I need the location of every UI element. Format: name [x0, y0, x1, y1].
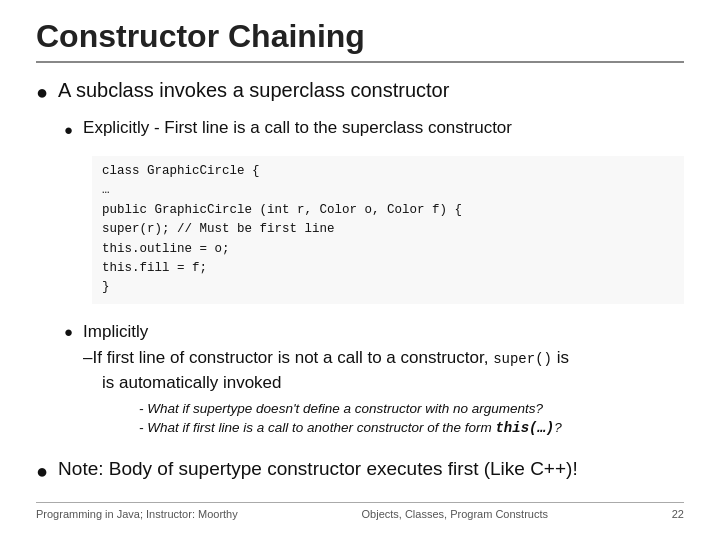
bullet-2-text: Note: Body of supertype constructor exec…	[58, 458, 578, 480]
bullet-1-sub1-dot: ●	[64, 121, 73, 138]
slide: Constructor Chaining ● A subclass invoke…	[0, 0, 720, 540]
slide-title: Constructor Chaining	[36, 18, 684, 63]
footer-right: 22	[672, 508, 684, 520]
implicitly-desc: –If first line of constructor is not a c…	[83, 346, 569, 395]
code-line-3: public GraphicCircle (int r, Color o, Co…	[102, 201, 674, 220]
bullet-1-sub2-dot: ●	[64, 323, 73, 340]
italic-line-2: - What if first line is a call to anothe…	[139, 418, 569, 438]
implicitly-notes: - What if supertype doesn't define a con…	[139, 399, 569, 439]
code-line-4: super(r); // Must be first line	[102, 220, 674, 239]
slide-content: ● A subclass invokes a superclass constr…	[36, 79, 684, 502]
impl-desc-pre: –If first line of constructor is not a c…	[83, 348, 488, 367]
bullet-2: ● Note: Body of supertype constructor ex…	[36, 458, 684, 483]
footer-center: Objects, Classes, Program Constructs	[362, 508, 548, 520]
code-line-6: this.fill = f;	[102, 259, 674, 278]
implicitly-label: Implicitly	[83, 320, 569, 345]
footer-left: Programming in Java; Instructor: Moorthy	[36, 508, 238, 520]
bullet-1-sub1-text: Explicitly - First line is a call to the…	[83, 118, 512, 138]
code-line-7: }	[102, 278, 674, 297]
bullet-1-sub1: ● Explicitly - First line is a call to t…	[64, 118, 684, 138]
italic-line-1: - What if supertype doesn't define a con…	[139, 399, 569, 419]
slide-footer: Programming in Java; Instructor: Moorthy…	[36, 502, 684, 520]
bullet-1-sub2: ● Implicitly –If first line of construct…	[64, 320, 684, 439]
code-line-5: this.outline = o;	[102, 240, 674, 259]
bullet-2-dot: ●	[36, 460, 48, 483]
code-block: class GraphicCircle { … public GraphicCi…	[92, 156, 684, 304]
bullet-1-dot: ●	[36, 81, 48, 104]
code-line-2: …	[102, 181, 674, 200]
impl-desc-code: super()	[493, 351, 552, 367]
bullet-1-text: A subclass invokes a superclass construc…	[58, 79, 449, 102]
code-line-1: class GraphicCircle {	[102, 162, 674, 181]
bullet-1-sub2-content: Implicitly –If first line of constructor…	[83, 320, 569, 439]
bullet-1: ● A subclass invokes a superclass constr…	[36, 79, 684, 104]
